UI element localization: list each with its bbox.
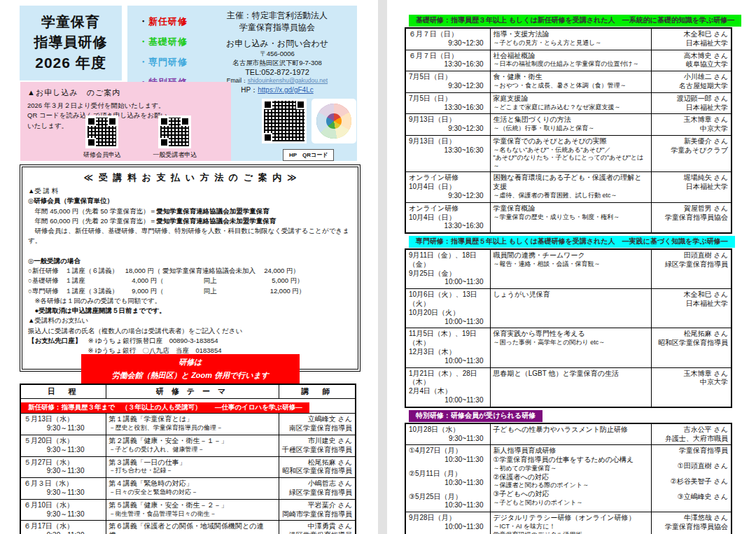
- page-title: 学童保育 指導員研修 2026 年度: [20, 6, 122, 80]
- schedule-table-kiso: ６月７日（日）9:30~12:30指導・支援方法論～子どもの見方・とらえ方と見通…: [405, 27, 732, 234]
- schedule-row: 1月21日（木）、28日（木）2月4日（木）10:00~11:30思春期と（LG…: [405, 367, 732, 407]
- theme-line: －歴史と役割、学童保育指導員の倫理－: [109, 424, 276, 433]
- date-line: 10:30~11:30: [409, 479, 487, 488]
- payment-lines: ▲受 講 料◎研修会員（学童保育単位） 年間 45,000 円（先着 50 学童…: [28, 186, 354, 366]
- date-line: 9:30～11:30: [24, 531, 103, 534]
- theme-line: 新人指導員育成研修: [493, 447, 648, 456]
- theme-line: 困難な養育環境にある子ども・保護者の理解と支援: [493, 174, 648, 192]
- lecturer-cell: 木全和巳 さん日本福祉大学: [651, 289, 732, 328]
- lecturer-cell: 小嶋哲志 さん緑区学童保育指導員: [279, 478, 356, 500]
- theme-line: "あそび"のなりたち・子どもにとっての"あそび"とは～: [493, 154, 648, 170]
- lect-line: 渡辺顕一郎 さん: [654, 94, 729, 104]
- telephone: TEL:052-872-1972: [200, 68, 354, 76]
- email-link[interactable]: shidouinkenshu@gakudou.net: [248, 77, 328, 84]
- theme-line: ～ICT・AI を味方に！: [493, 523, 648, 531]
- date-line: 7月5日（日）: [409, 94, 487, 104]
- section-bar-senmon: 専門研修：指導員歴５年以上 もしくは基礎研修を受講された人 ―実践に基づく知識を…: [409, 236, 735, 248]
- member-apply-qr-code: [85, 115, 118, 148]
- lect-line: 玉木博章 さん: [654, 115, 729, 125]
- application-line-1: 2026 年３月２日より受付を開始いたします。: [27, 101, 231, 111]
- theme-cell: 学童保育でのあそびとあそびの実際～名もない"あそび"・伝統ある"あそび"／"あそ…: [490, 135, 651, 171]
- lect-line: 弁護士、大府市職員: [654, 435, 729, 444]
- date-line: 13:30~16:30: [409, 60, 487, 69]
- payment-text: ○基礎研修 １講座 4,000 円（ 同上 5,000 円）: [28, 276, 304, 284]
- lect-line: 岡崎市学童保育指導員: [282, 510, 353, 519]
- theme-line: 学童保育現場のデジタル活用術～: [493, 531, 648, 534]
- lect-line: 港区学童保育指導員: [282, 531, 353, 534]
- schedule-row: ６月７日（日）9:30~12:30指導・支援方法論～子どもの見方・とらえ方と見通…: [405, 28, 732, 50]
- date-cell: ５月27日（水）9:30～11:30: [20, 456, 106, 478]
- date-line: ①4月27日（月）: [409, 447, 487, 456]
- member-apply-qr-label: 研修会員申込: [67, 150, 137, 160]
- schedule-row: 10月28日（水）9:30~11:30子どもへの性暴力やハラスメント防止研修吉永…: [405, 423, 732, 445]
- schedule-row: オンライン研修10月4日（日）9:30~12:30困難な養育環境にある子ども・保…: [405, 172, 732, 202]
- hp-qr-row: [262, 99, 356, 143]
- title-line-1: 学童保育: [41, 12, 100, 32]
- lect-line: 小嶋哲志 さん: [282, 479, 353, 489]
- theme-line: 第３講義「一日の仕事」: [109, 458, 276, 468]
- lecturer-cell: 高木博史 さん岐阜協立大学: [651, 50, 732, 71]
- hp-qr-label: HP QRコード: [283, 149, 334, 161]
- npo-logo: [312, 99, 356, 143]
- lect-line: 学童保育指導員: [654, 447, 729, 456]
- theme-cell: 困難な養育環境にある子ども・保護者の理解と支援～虐待、保護者の養育困難、試し行動…: [490, 172, 651, 202]
- date-line: 10:30~11:30: [409, 456, 487, 465]
- lect-line: 立嶋峰文 さん: [282, 415, 353, 424]
- payment-text: 愛知学童保育連絡協議会未加盟学童保育: [156, 217, 276, 225]
- payment-text: ○専門研修 １講座（３講義） 9,000 円（ 同上 12,000 円）: [28, 287, 305, 295]
- date-line: 10:00~11:30: [409, 318, 487, 327]
- date-line: オンライン研修: [409, 204, 487, 213]
- schedule-row: ５月13日（水）9:30～11:30第１講義「学童保育とは」－歴史と役割、学童保…: [20, 414, 356, 435]
- theme-line: 社会福祉概論: [493, 52, 648, 61]
- date-line: 11月5日（木）、19日（木）: [409, 330, 487, 348]
- lect-line: 南区学童保育指導員: [282, 424, 353, 433]
- theme-line: ～（伝統）行事・取り組みと保育～: [493, 125, 648, 133]
- theme-line: ～保護者と関わる際のポイント～: [493, 482, 648, 490]
- date-line: 13:30~16:30: [409, 222, 487, 231]
- date-line: 10:00~11:30: [409, 396, 487, 405]
- schedule-row: ６月10日（水）9:30～11:30第５講義「健康・安全・衛生－２－」－衛生管理…: [20, 499, 356, 521]
- payment-text: 研修会員は、新任研修、基礎研修、専門研修、特別研修を人数・科目数に制限なく受講す…: [28, 227, 349, 244]
- venue-banner-line1: 研修は: [81, 356, 300, 369]
- date-cell: 9月13日（日）9:30~12:30: [405, 114, 490, 136]
- general-apply-qr-label: 一般受講者申込: [140, 150, 210, 160]
- date-line: 9:30~12:30: [409, 192, 487, 201]
- theme-line: ～おやつ・食と成長、暑さと体調（食）管理～: [493, 82, 648, 90]
- schedule-row: 9月28日（月）10:00~11:30デジタルリテラシー研修（オンライン研修）～…: [405, 512, 732, 534]
- date-line: ②5月11日（月）: [409, 470, 487, 479]
- category-cell: 新任研修：指導員歴３年まで （３年以上の人も受講可） ―仕事のイロハを学ぶ研修―: [20, 399, 356, 414]
- theme-cell: 第５講義「健康・安全・衛生－２－」－衛生管理・食品管理等日々の衛生－: [106, 499, 279, 521]
- schedule-row: ６月３日（水）9:30～11:30第４講義「緊急時の対応」－日々の安全と緊急時の…: [20, 478, 356, 500]
- theme-line: 職員間の連携・チームワーク: [493, 251, 648, 260]
- payment-text: 年間 45,000 円（先着 50 学童保育迄）＝: [28, 207, 156, 215]
- lect-line: 日本福祉大学: [654, 300, 729, 309]
- lecturer-cell: 松尾拓麻 さん昭和区学童保育指導員: [279, 456, 356, 478]
- date-line: ５月13日（水）: [24, 415, 103, 424]
- postal-code: 〒456-0006: [200, 50, 354, 59]
- theme-line: ③子どもへの対応: [493, 490, 648, 499]
- lect-line: ③立嶋峰史 さん: [654, 493, 729, 502]
- theme-line: ～報告・連絡・相談・会議・保育観～: [493, 260, 648, 269]
- payment-line: ○基礎研修 １講座 4,000 円（ 同上 5,000 円）: [28, 276, 354, 286]
- theme-line: 保育実践から専門性を考える: [493, 330, 648, 339]
- schedule-row: ５月20日（水）9:30～11:30第２講義「健康・安全・衛生－１－」－子どもの…: [20, 435, 356, 457]
- date-line: 1月21日（木）、28日（木）: [409, 370, 487, 388]
- lect-line: 緑区学童保育指導員: [654, 260, 729, 269]
- theme-line: 子どもへの性暴力やハラスメント防止研修: [493, 426, 648, 435]
- lect-line: 名古屋短期大学: [654, 82, 729, 91]
- payment-line: ○専門研修 １講座（３講義） 9,000 円（ 同上 12,000 円）: [28, 286, 354, 296]
- bullet-dot: ・: [139, 57, 148, 67]
- date-line: ６月３日（水）: [24, 479, 103, 489]
- date-line: ５月27日（水）: [24, 458, 103, 468]
- theme-line: 食・健康・衛生: [493, 73, 648, 82]
- schedule-row: 9月13日（日）13:30~16:30学童保育でのあそびとあそびの実際～名もない…: [405, 135, 732, 171]
- theme-cell: 保育実践から専門性を考える～困った事例・高学年との関わり etc～: [490, 328, 651, 367]
- date-cell: オンライン研修10月4日（日）9:30~12:30: [405, 172, 490, 202]
- payment-text: 年間 60,000 円（先着 20 学童保育迄）＝: [28, 217, 156, 225]
- payment-text: 振込人に受講者の氏名（複数人の場合は受講代表者）をご記入ください: [28, 327, 242, 335]
- bullet-dot: ・: [139, 16, 148, 27]
- hp-link[interactable]: https://x.gd/gF4Lc: [258, 86, 314, 94]
- theme-line: －衛生管理・食品管理等日々の衛生－: [109, 510, 276, 519]
- lecturer-cell: 松尾拓麻 さん昭和区学童保育指導員: [651, 328, 732, 367]
- theme-cell: デジタルリテラシー研修（オンライン研修）～ICT・AI を味方に！学童保育現場の…: [490, 512, 651, 534]
